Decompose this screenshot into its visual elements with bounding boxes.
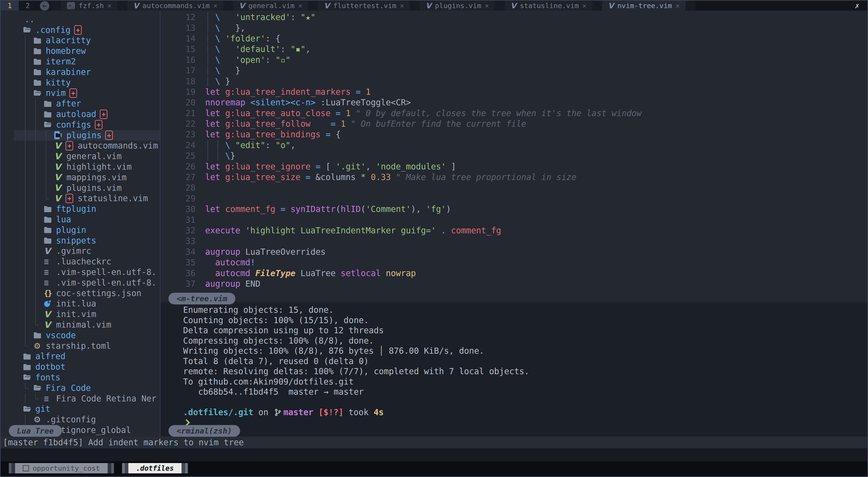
tree-item-coc-settings.json[interactable]: {}coc-settings.json xyxy=(1,288,160,299)
indent-guide xyxy=(23,151,34,162)
tree-item-mappings.vim[interactable]: Vmappings.vim xyxy=(1,172,160,183)
tmux-window-opportunity_cost[interactable]: opportunity_cost xyxy=(9,463,114,473)
indent-guide xyxy=(44,130,54,141)
tab-plugins.vim[interactable]: Vplugins.vim× xyxy=(420,1,495,10)
tree-item-label: .gvimrc xyxy=(56,246,91,256)
tab-close-icon[interactable]: × xyxy=(213,2,217,10)
tree-item-.luacheckrc[interactable]: ≡.luacheckrc xyxy=(1,256,160,267)
tree-item-label: .luacheckrc xyxy=(56,257,111,266)
tree-item-general.vim[interactable]: Vgeneral.vim xyxy=(1,151,160,162)
tree-item-autoload[interactable]: autoload+ xyxy=(1,109,160,120)
tree-item-Fira-Code[interactable]: Fira Code xyxy=(1,383,160,393)
tree-item-.vim-spell-en.utf-8.[interactable]: ≡.vim-spell-en.utf-8. xyxy=(1,267,160,277)
tree-item-ftplugin[interactable]: ftplugin xyxy=(1,204,160,214)
code-text: autocmd FileType LuaTree setlocal nowrap xyxy=(205,268,416,278)
terminal-panel[interactable]: Enumerating objects: 15, done.Counting o… xyxy=(161,302,867,437)
tab-close-icon[interactable]: × xyxy=(107,2,112,10)
tree-item-fonts[interactable]: fonts xyxy=(1,372,160,383)
hatch-separator xyxy=(117,1,127,10)
tree-item-..[interactable]: .. xyxy=(1,14,160,25)
tree-item-label: lua xyxy=(56,215,71,224)
tree-item-label: Fira Code Retina Ner xyxy=(56,394,157,403)
tree-item-plugin[interactable]: plugin xyxy=(1,225,160,235)
tree-item-dotbot[interactable]: dotbot xyxy=(1,362,160,372)
tree-item-alfred[interactable]: alfred xyxy=(1,351,160,362)
indent-guide xyxy=(23,341,34,351)
tmux-window-body: .dotfiles xyxy=(128,463,182,473)
tree-item-karabiner[interactable]: karabiner xyxy=(1,67,160,77)
line-number: 33 xyxy=(161,236,195,246)
tree-item-.gitconfig[interactable]: ⚙.gitconfig xyxy=(1,414,160,425)
line-number: 36 xyxy=(161,268,195,278)
code-line: 24│ │ \ "edit": "o", xyxy=(161,140,867,150)
tree-item-after[interactable]: after xyxy=(1,98,160,109)
tree-item-configs[interactable]: configs+ xyxy=(1,120,160,130)
tree-item-autocommands.vim[interactable]: V+autocommands.vim xyxy=(1,141,160,151)
code-line: 13│ \ }, xyxy=(161,23,867,33)
vim-gray-icon: V xyxy=(44,246,55,256)
gear-gray-icon: ⚙ xyxy=(34,415,44,424)
line-number: 28 xyxy=(161,183,195,193)
list-icon: ≡ xyxy=(44,394,55,403)
folder-closed-icon xyxy=(23,364,34,370)
tree-item-.config[interactable]: .config+ xyxy=(1,25,160,35)
code-text: let g:lua_tree_auto_close = 1 " 0 by def… xyxy=(205,108,642,118)
tree-item-Fira-Code-Retina-Ner[interactable]: ≡Fira Code Retina Ner xyxy=(1,393,160,404)
code-line: 35 autocmd! xyxy=(161,257,867,268)
tree-item-minimal.vim[interactable]: Vminimal.vim xyxy=(1,319,160,330)
git-status-icon: + xyxy=(95,120,102,129)
tree-item-highlight.vim[interactable]: Vhighlight.vim xyxy=(1,162,160,172)
tree-item-alacritty[interactable]: alacritty xyxy=(1,35,160,46)
tree-item-.vim-spell-en.utf-8.[interactable]: ≡.vim-spell-en.utf-8. xyxy=(1,277,160,288)
tab-nvim-tree.vim[interactable]: Vnvim-tree.vim× xyxy=(602,1,686,10)
vim-green-icon: V xyxy=(54,151,65,161)
indent-guide xyxy=(34,172,44,183)
tab-fzf.sh[interactable]: >_fzf.sh× xyxy=(61,1,117,10)
tab-close-icon[interactable]: × xyxy=(400,2,404,10)
tab-close-icon[interactable]: × xyxy=(676,2,680,10)
tab-fluttertest.vim[interactable]: Vfluttertest.vim× xyxy=(318,1,410,10)
back-arrow-icon[interactable]: ← xyxy=(40,1,49,10)
tab-autocommands.vim[interactable]: Vautocommands.vim× xyxy=(127,1,223,10)
tree-item-init.lua[interactable]: init.lua xyxy=(1,299,160,309)
folder-closed-icon xyxy=(34,332,44,338)
tmux-window-number-2[interactable]: 2 xyxy=(19,1,37,10)
indent-guide xyxy=(23,393,34,404)
tab-label: nvim-tree.vim xyxy=(617,2,672,10)
tree-item-plugins.vim[interactable]: Vplugins.vim xyxy=(1,183,160,193)
folder-open-icon xyxy=(34,90,44,96)
tree-item-label: general.vim xyxy=(66,151,122,161)
close-all-icon[interactable]: ✗ xyxy=(847,1,867,10)
tab-statusline.vim[interactable]: Vstatusline.vim× xyxy=(505,1,592,10)
indent-guide xyxy=(34,151,44,162)
code-line: 30let comment_fg = synIDattr(hlID('Comme… xyxy=(161,204,867,214)
tree-item-iterm2[interactable]: iterm2 xyxy=(1,56,160,67)
tree-item-.gvimrc[interactable]: V.gvimrc xyxy=(1,246,160,257)
file-tree-panel[interactable]: ...config+alacrittyhomebrewiterm2karabin… xyxy=(1,10,160,437)
tree-item-vscode[interactable]: vscode xyxy=(1,330,160,341)
tree-item-starship.toml[interactable]: ⚙starship.toml xyxy=(1,341,160,351)
editor-panel[interactable]: 12│ \ 'untracked': "★"13│ \ },14│ \ 'fol… xyxy=(161,10,867,304)
tab-close-icon[interactable]: × xyxy=(298,2,302,10)
code-line: 27let g:lua_tree_size = &columns * 0.33 … xyxy=(161,172,867,182)
tree-item-plugins[interactable]: plugins+ xyxy=(1,130,160,141)
tmux-window-.dotfiles[interactable]: .dotfiles xyxy=(122,463,188,473)
tree-item-init.vim[interactable]: Vinit.vim xyxy=(1,309,160,319)
indent-guide xyxy=(23,46,34,56)
tmux-window-number-1[interactable]: 1 xyxy=(1,1,19,10)
tab-general.vim[interactable]: Vgeneral.vim× xyxy=(233,1,308,10)
tree-item-snippets[interactable]: snippets xyxy=(1,235,160,246)
tab-close-icon[interactable]: × xyxy=(582,2,587,10)
tab-close-icon[interactable]: × xyxy=(485,2,489,10)
prompt-chevron-line[interactable] xyxy=(183,418,867,428)
tree-item-label: nvim xyxy=(46,88,66,98)
tree-item-statusline.vim[interactable]: V+statusline.vim xyxy=(1,193,160,204)
line-number: 17 xyxy=(161,66,195,75)
code-text: augroup LuaTreeOverrides xyxy=(205,247,326,257)
prompt-path: .dotfiles/.git xyxy=(183,407,253,417)
tree-item-homebrew[interactable]: homebrew xyxy=(1,46,160,56)
tree-item-git[interactable]: git xyxy=(1,404,160,414)
tree-item-lua[interactable]: lua xyxy=(1,214,160,225)
tree-item-nvim[interactable]: nvim+ xyxy=(1,88,160,99)
tree-item-kitty[interactable]: kitty xyxy=(1,77,160,88)
